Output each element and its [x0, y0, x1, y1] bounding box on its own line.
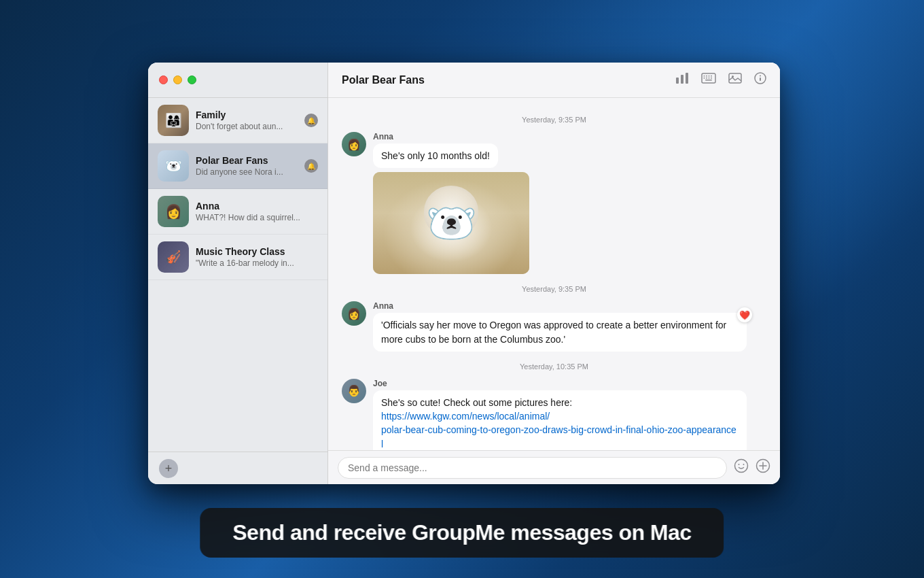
family-name: Family	[196, 109, 300, 120]
family-badge: 🔔	[304, 114, 318, 127]
sidebar-titlebar	[148, 63, 327, 98]
svg-rect-9	[706, 78, 707, 79]
svg-rect-5	[706, 75, 707, 77]
family-info: Family Don't forget about aun...	[196, 109, 300, 131]
close-button[interactable]	[159, 75, 168, 84]
timestamp-3: Yesterday, 10:35 PM	[342, 362, 766, 371]
mute-icon: 🔔	[307, 117, 315, 124]
message-anna-2: 👩 Anna 'Officials say her move to Oregon…	[342, 301, 766, 352]
svg-rect-10	[709, 78, 710, 79]
message-text-joe-1: She's so cute! Check out some pictures h…	[373, 390, 747, 450]
traffic-lights	[159, 75, 196, 84]
message-bubble-with-reaction: 'Officials say her move to Oregon was ap…	[373, 313, 747, 352]
sender-joe-1: Joe	[373, 379, 766, 388]
polar-bear-name: Polar Bear Fans	[196, 155, 300, 166]
svg-rect-8	[704, 78, 705, 79]
plus-icon: +	[165, 462, 173, 475]
avatar-polar-bear: 🐻‍❄️	[158, 150, 189, 182]
music-info: Music Theory Class "Write a 16-bar melod…	[196, 246, 318, 268]
music-name: Music Theory Class	[196, 246, 318, 257]
message-image-wrap	[373, 172, 766, 274]
maximize-button[interactable]	[188, 75, 196, 84]
app-window: 👨‍👩‍👧 Family Don't forget about aun... 🔔…	[148, 63, 780, 484]
sidebar-item-polar-bear-fans[interactable]: 🐻‍❄️ Polar Bear Fans Did anyone see Nora…	[148, 143, 327, 189]
polar-bear-info: Polar Bear Fans Did anyone see Nora i...	[196, 155, 300, 177]
svg-rect-7	[711, 75, 712, 77]
sidebar-item-family[interactable]: 👨‍👩‍👧 Family Don't forget about aun... 🔔	[148, 98, 327, 143]
avatar-music: 🎻	[158, 241, 189, 273]
sidebar-item-anna[interactable]: 👩 Anna WHAT?! How did a squirrel...	[148, 189, 327, 235]
polar-bear-image-content	[373, 172, 529, 274]
emoji-button[interactable]	[734, 458, 749, 477]
polar-bear-badge: 🔔	[304, 159, 318, 173]
sidebar: 👨‍👩‍👧 Family Don't forget about aun... 🔔…	[148, 63, 328, 484]
input-area	[328, 450, 780, 484]
minimize-button[interactable]	[173, 75, 182, 84]
chat-title: Polar Bear Fans	[342, 74, 675, 86]
message-anna-1: 👩 Anna She's only 10 months old!	[342, 132, 766, 274]
caption-bar: Send and receive GroupMe messages on Mac	[200, 508, 724, 558]
joe-text-1: She's so cute! Check out some pictures h…	[381, 397, 572, 408]
svg-rect-11	[711, 78, 712, 79]
svg-point-19	[739, 464, 740, 465]
info-icon[interactable]	[754, 72, 766, 88]
new-conversation-button[interactable]: +	[159, 459, 178, 478]
chat-area: Yesterday, 9:35 PM 👩 Anna She's only 10 …	[328, 98, 780, 450]
anna-preview: WHAT?! How did a squirrel...	[196, 213, 318, 222]
svg-rect-4	[704, 75, 705, 77]
svg-rect-2	[686, 73, 688, 84]
svg-rect-1	[681, 75, 683, 84]
message-text-anna-1: She's only 10 months old!	[373, 143, 498, 168]
sender-anna-1: Anna	[373, 132, 766, 141]
avatar-anna-chat-1: 👩	[342, 132, 366, 156]
message-content-anna-2: Anna 'Officials say her move to Oregon w…	[373, 301, 766, 352]
sidebar-item-music-theory[interactable]: 🎻 Music Theory Class "Write a 16-bar mel…	[148, 235, 327, 280]
timestamp-1: Yesterday, 9:35 PM	[342, 116, 766, 124]
header-icons	[675, 72, 766, 88]
sender-anna-2: Anna	[373, 301, 766, 311]
caption-text: Send and receive GroupMe messages on Mac	[232, 520, 691, 545]
avatar-anna-chat-2: 👩	[342, 301, 366, 326]
message-joe-1: 👨 Joe She's so cute! Check out some pict…	[342, 379, 766, 450]
polar-bear-preview: Did anyone see Nora i...	[196, 167, 300, 177]
main-content: Polar Bear Fans	[328, 63, 780, 484]
svg-point-16	[760, 75, 761, 77]
avatar-family: 👨‍👩‍👧	[158, 105, 189, 136]
chart-icon[interactable]	[675, 72, 689, 88]
sidebar-footer: +	[148, 452, 327, 484]
family-preview: Don't forget about aun...	[196, 122, 300, 131]
svg-rect-6	[709, 75, 710, 77]
svg-point-18	[735, 460, 748, 473]
music-preview: "Write a 16-bar melody in...	[196, 258, 318, 268]
timestamp-2: Yesterday, 9:35 PM	[342, 285, 766, 293]
svg-rect-17	[760, 78, 761, 81]
article-link[interactable]: https://www.kgw.com/news/local/animal/po…	[381, 411, 736, 450]
anna-info: Anna WHAT?! How did a squirrel...	[196, 201, 318, 222]
conversation-list: 👨‍👩‍👧 Family Don't forget about aun... 🔔…	[148, 98, 327, 452]
svg-rect-0	[676, 78, 679, 84]
keyboard-icon[interactable]	[701, 73, 716, 87]
mute-icon-2: 🔔	[307, 163, 315, 170]
svg-rect-12	[705, 80, 712, 81]
message-text-anna-2: 'Officials say her move to Oregon was ap…	[373, 313, 747, 352]
main-header: Polar Bear Fans	[328, 63, 780, 98]
heart-reaction: ❤️	[737, 307, 752, 322]
polar-bear-photo	[373, 172, 529, 274]
photo-icon[interactable]	[728, 72, 742, 88]
avatar-joe-1: 👨	[342, 379, 366, 403]
message-content-joe-1: Joe She's so cute! Check out some pictur…	[373, 379, 766, 450]
avatar-anna-sidebar: 👩	[158, 196, 189, 227]
message-input[interactable]	[338, 457, 727, 479]
svg-point-20	[743, 464, 745, 465]
message-content-anna-1: Anna She's only 10 months old!	[373, 132, 766, 274]
add-media-button[interactable]	[756, 458, 770, 477]
anna-name: Anna	[196, 201, 318, 211]
